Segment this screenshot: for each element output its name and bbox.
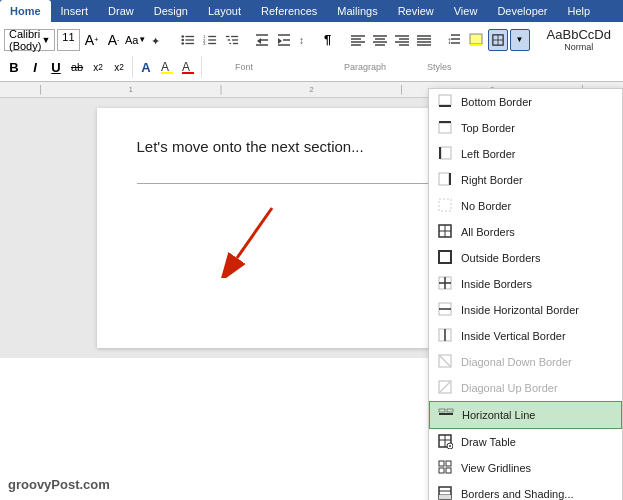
no-border-icon <box>437 197 453 215</box>
dropdown-item-label: Bottom Border <box>461 96 532 108</box>
dropdown-item-view-gridlines[interactable]: View Gridlines <box>429 455 622 481</box>
align-right-button[interactable] <box>392 29 412 51</box>
svg-rect-61 <box>439 123 451 133</box>
text-effects-button[interactable]: A <box>136 56 156 78</box>
svg-rect-48 <box>470 34 482 44</box>
bullets-button[interactable] <box>178 29 198 51</box>
dropdown-item-draw-table[interactable]: Draw Table <box>429 429 622 455</box>
dropdown-item-label: Draw Table <box>461 436 516 448</box>
bold-button[interactable]: B <box>4 56 24 78</box>
diag-down-border-icon <box>437 353 453 371</box>
borders-dropdown-button[interactable]: ▼ <box>510 29 530 51</box>
svg-marker-20 <box>257 38 261 44</box>
svg-line-58 <box>237 208 272 258</box>
ribbon-tab-layout[interactable]: Layout <box>198 0 251 22</box>
right-border-icon <box>437 171 453 189</box>
font-grow-button[interactable]: A+ <box>82 29 102 51</box>
dropdown-item-label: Borders and Shading... <box>461 488 574 500</box>
svg-text:A: A <box>161 60 169 74</box>
svg-rect-49 <box>470 44 482 46</box>
highlight-button[interactable]: A <box>157 56 177 78</box>
svg-point-5 <box>181 42 184 45</box>
svg-text:A: A <box>182 60 190 74</box>
dropdown-item-left-border[interactable]: Left Border <box>429 141 622 167</box>
dropdown-item-top-border[interactable]: Top Border <box>429 115 622 141</box>
svg-rect-67 <box>439 199 451 211</box>
borders-dropdown-arrow: ▼ <box>516 35 524 44</box>
ribbon-tab-insert[interactable]: Insert <box>51 0 99 22</box>
draw-table-icon <box>437 433 453 451</box>
svg-point-1 <box>181 35 184 38</box>
dropdown-item-h-line[interactable]: Horizontal Line <box>429 401 622 429</box>
dropdown-item-inside-borders[interactable]: Inside Borders <box>429 271 622 297</box>
svg-rect-92 <box>439 461 444 466</box>
dropdown-item-no-border[interactable]: No Border <box>429 193 622 219</box>
sort-button[interactable]: ↕ <box>296 29 316 51</box>
multilevel-list-button[interactable] <box>222 29 242 51</box>
ribbon-tab-help[interactable]: Help <box>558 0 601 22</box>
dropdown-item-inside-v-border[interactable]: Inside Vertical Border <box>429 323 622 349</box>
svg-rect-59 <box>439 95 451 105</box>
all-borders-icon <box>437 223 453 241</box>
dropdown-item-outside-borders[interactable]: Outside Borders <box>429 245 622 271</box>
clear-formatting-button[interactable]: ✦ <box>148 29 168 51</box>
dropdown-item-borders-shading[interactable]: Borders and Shading... <box>429 481 622 500</box>
ribbon-tab-references[interactable]: References <box>251 0 327 22</box>
bottom-border-icon <box>437 93 453 111</box>
svg-text:↕: ↕ <box>299 35 304 46</box>
change-case-button[interactable]: Aa▼ <box>126 29 146 51</box>
decrease-indent-button[interactable] <box>252 29 272 51</box>
dropdown-item-diag-up-border: Diagonal Up Border <box>429 375 622 401</box>
watermark: groovyPost.com <box>8 477 110 492</box>
font-size-label: 11 <box>62 31 74 43</box>
svg-rect-71 <box>439 251 451 263</box>
shading-button[interactable] <box>466 29 486 51</box>
ribbon-tab-design[interactable]: Design <box>144 0 198 22</box>
line-spacing-button[interactable]: ↕ <box>444 29 464 51</box>
dropdown-item-label: Left Border <box>461 148 515 160</box>
svg-rect-65 <box>439 173 449 185</box>
underline-button[interactable]: U <box>46 56 66 78</box>
font-color-button[interactable]: A <box>178 56 198 78</box>
inside-h-border-icon <box>437 301 453 319</box>
svg-rect-93 <box>446 461 451 466</box>
dropdown-item-label: Outside Borders <box>461 252 540 264</box>
styles-normal[interactable]: AaBbCcDd Normal <box>540 25 618 54</box>
justify-button[interactable] <box>414 29 434 51</box>
dropdown-item-inside-h-border[interactable]: Inside Horizontal Border <box>429 297 622 323</box>
subscript-button[interactable]: x2 <box>88 56 108 78</box>
ribbon-tab-view[interactable]: View <box>444 0 488 22</box>
svg-rect-56 <box>182 72 194 74</box>
dropdown-item-label: Diagonal Up Border <box>461 382 558 394</box>
ribbon-tab-mailings[interactable]: Mailings <box>327 0 387 22</box>
svg-text:3.: 3. <box>203 41 207 46</box>
dropdown-item-label: Inside Horizontal Border <box>461 304 579 316</box>
ribbon-tab-developer[interactable]: Developer <box>487 0 557 22</box>
ribbon-tab-home[interactable]: Home <box>0 0 51 22</box>
dropdown-item-diag-down-border: Diagonal Down Border <box>429 349 622 375</box>
borders-button[interactable] <box>488 29 508 51</box>
show-marks-button[interactable]: ¶ <box>318 29 338 51</box>
dropdown-item-all-borders[interactable]: All Borders <box>429 219 622 245</box>
align-center-button[interactable] <box>370 29 390 51</box>
font-size-selector[interactable]: 11 <box>57 29 79 51</box>
numbering-button[interactable]: 1.2.3. <box>200 29 220 51</box>
dropdown-item-right-border[interactable]: Right Border <box>429 167 622 193</box>
superscript-button[interactable]: x2 <box>109 56 129 78</box>
font-name-selector[interactable]: Calibri (Body) ▼ <box>4 29 55 51</box>
dropdown-item-label: Inside Borders <box>461 278 532 290</box>
increase-indent-button[interactable] <box>274 29 294 51</box>
normal-label: Normal <box>564 42 593 52</box>
ribbon-tab-review[interactable]: Review <box>388 0 444 22</box>
font-dropdown-icon: ▼ <box>41 35 50 45</box>
inside-v-border-icon <box>437 327 453 345</box>
font-shrink-button[interactable]: A- <box>104 29 124 51</box>
italic-button[interactable]: I <box>25 56 45 78</box>
ribbon-tab-draw[interactable]: Draw <box>98 0 144 22</box>
svg-rect-94 <box>439 468 444 473</box>
align-left-button[interactable] <box>348 29 368 51</box>
dropdown-item-bottom-border[interactable]: Bottom Border <box>429 89 622 115</box>
strikethrough-button[interactable]: ab <box>67 56 87 78</box>
svg-text:✦: ✦ <box>151 35 160 47</box>
svg-rect-99 <box>439 495 451 499</box>
